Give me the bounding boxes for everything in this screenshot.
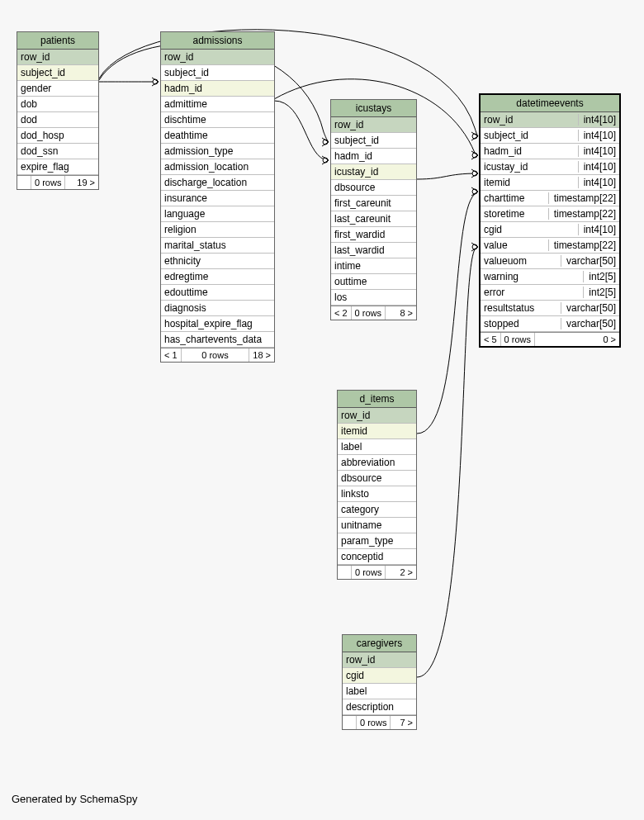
- column-row: dob: [17, 97, 98, 112]
- column-row: discharge_location: [161, 175, 274, 191]
- column-row: row_id: [338, 408, 416, 424]
- column-row: religion: [161, 222, 274, 238]
- table-title: patients: [17, 32, 98, 50]
- column-row: row_id: [343, 652, 416, 668]
- column-row: gender: [17, 81, 98, 97]
- column-row: subject_idint4[10]: [481, 128, 619, 144]
- column-row: itemidint4[10]: [481, 175, 619, 191]
- column-row: first_careunit: [331, 196, 416, 211]
- column-row: charttimetimestamp[22]: [481, 191, 619, 206]
- column-row: hadm_id: [331, 149, 416, 164]
- column-row: unitname: [338, 518, 416, 533]
- column-row: outtime: [331, 274, 416, 290]
- table-footer: 0 rows 7 >: [343, 715, 416, 729]
- svg-point-4: [472, 153, 477, 158]
- table-title: datetimeevents: [481, 95, 619, 112]
- column-row: itemid: [338, 424, 416, 439]
- svg-point-6: [472, 189, 477, 194]
- table-footer: < 5 0 rows 0 >: [481, 332, 619, 346]
- column-row: first_wardid: [331, 227, 416, 243]
- column-row: marital_status: [161, 238, 274, 254]
- table-datetimeevents[interactable]: datetimeevents row_idint4[10] subject_id…: [479, 93, 621, 348]
- column-row: hospital_expire_flag: [161, 316, 274, 332]
- column-row: subject_id: [331, 133, 416, 149]
- column-row: deathtime: [161, 128, 274, 144]
- column-row: hadm_idint4[10]: [481, 144, 619, 159]
- column-row: intime: [331, 258, 416, 274]
- column-row: subject_id: [161, 65, 274, 81]
- column-row: language: [161, 206, 274, 222]
- column-row: dischtime: [161, 112, 274, 128]
- column-row: dbsource: [331, 180, 416, 196]
- table-title: caregivers: [343, 635, 416, 652]
- column-row: stoppedvarchar[50]: [481, 316, 619, 332]
- column-row: resultstatusvarchar[50]: [481, 301, 619, 316]
- column-row: conceptid: [338, 549, 416, 565]
- table-title: icustays: [331, 100, 416, 117]
- column-row: linksto: [338, 486, 416, 502]
- column-row: valueuomvarchar[50]: [481, 254, 619, 269]
- column-row: label: [338, 439, 416, 455]
- svg-point-1: [323, 158, 328, 163]
- column-row: diagnosis: [161, 301, 274, 316]
- table-admissions[interactable]: admissions row_id subject_id hadm_id adm…: [160, 31, 275, 363]
- table-footer: < 2 0 rows 8 >: [331, 306, 416, 320]
- column-row: admittime: [161, 97, 274, 112]
- column-row: dod_hosp: [17, 128, 98, 144]
- table-d-items[interactable]: d_items row_id itemid label abbreviation…: [337, 390, 417, 580]
- column-row: icustay_idint4[10]: [481, 159, 619, 175]
- svg-point-2: [323, 140, 328, 145]
- column-row: edregtime: [161, 269, 274, 285]
- column-row: subject_id: [17, 65, 98, 81]
- column-row: storetimetimestamp[22]: [481, 206, 619, 222]
- column-row: description: [343, 699, 416, 715]
- column-row: has_chartevents_data: [161, 332, 274, 348]
- column-row: dbsource: [338, 471, 416, 486]
- table-footer: 0 rows 2 >: [338, 565, 416, 579]
- column-row: param_type: [338, 533, 416, 549]
- column-row: last_careunit: [331, 211, 416, 227]
- column-row: los: [331, 290, 416, 306]
- column-row: cgid: [343, 668, 416, 684]
- svg-point-0: [153, 79, 158, 84]
- column-row: valuetimestamp[22]: [481, 238, 619, 254]
- column-row: row_id: [17, 50, 98, 65]
- table-caregivers[interactable]: caregivers row_id cgid label description…: [342, 634, 417, 730]
- column-row: expire_flag: [17, 159, 98, 175]
- table-title: d_items: [338, 391, 416, 408]
- column-row: last_wardid: [331, 243, 416, 258]
- column-row: dod: [17, 112, 98, 128]
- column-row: edouttime: [161, 285, 274, 301]
- svg-point-5: [472, 171, 477, 176]
- svg-point-7: [472, 244, 477, 249]
- column-row: errorint2[5]: [481, 285, 619, 301]
- column-row: dod_ssn: [17, 144, 98, 159]
- column-row: row_id: [331, 117, 416, 133]
- column-row: admission_location: [161, 159, 274, 175]
- column-row: label: [343, 684, 416, 699]
- table-patients[interactable]: patients row_id subject_id gender dob do…: [17, 31, 99, 190]
- generated-by-label: Generated by SchemaSpy: [12, 793, 137, 805]
- column-row: category: [338, 502, 416, 518]
- table-title: admissions: [161, 32, 274, 50]
- table-footer: 0 rows 19 >: [17, 175, 98, 189]
- column-row: row_idint4[10]: [481, 112, 619, 128]
- column-row: row_id: [161, 50, 274, 65]
- column-row: insurance: [161, 191, 274, 206]
- table-icustays[interactable]: icustays row_id subject_id hadm_id icust…: [330, 99, 417, 320]
- column-row: cgidint4[10]: [481, 222, 619, 238]
- column-row: warningint2[5]: [481, 269, 619, 285]
- svg-point-3: [472, 134, 477, 139]
- column-row: icustay_id: [331, 164, 416, 180]
- column-row: hadm_id: [161, 81, 274, 97]
- column-row: admission_type: [161, 144, 274, 159]
- column-row: ethnicity: [161, 254, 274, 269]
- column-row: abbreviation: [338, 455, 416, 471]
- table-footer: < 1 0 rows 18 >: [161, 348, 274, 362]
